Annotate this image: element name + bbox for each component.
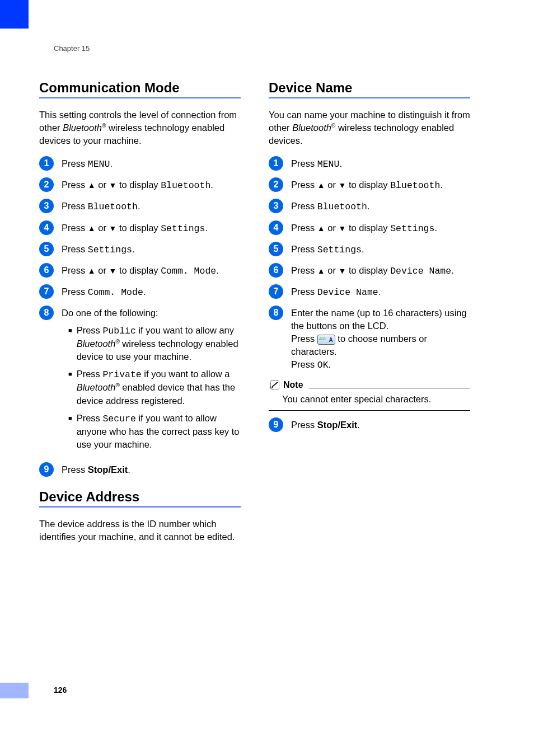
step-2: 2 Press ▲ or ▼ to display Bluetooth. [39,179,241,192]
ok-label: OK [317,360,329,370]
text: if you want to allow any [136,325,234,335]
text: . [434,223,437,233]
note-body: You cannot enter special characters. [269,391,470,408]
bluetooth-word: Bluetooth [63,123,102,133]
down-arrow-icon: ▼ [338,224,346,233]
text: . [132,244,135,254]
step-badge-8: 8 [269,306,283,320]
step-badge-9: 9 [39,462,54,477]
step-6: 6 Press ▲ or ▼ to display Device Name. [269,264,470,278]
step-badge-7: 7 [269,284,283,299]
step-badge-8: 8 [39,306,54,320]
step-badge-5: 5 [269,242,283,256]
step-7: 7 Press Comm. Mode. [39,285,241,299]
step-badge-3: 3 [269,199,283,213]
up-arrow-icon: ▲ [88,224,96,233]
step-3: 3 Press Bluetooth. [269,200,470,213]
up-arrow-icon: ▲ [317,224,325,233]
step-badge-1: 1 [269,156,283,171]
chapter-label: Chapter 15 [54,44,90,53]
step-4: 4 Press ▲ or ▼ to display Settings. [269,222,470,235]
down-arrow-icon: ▼ [109,224,116,233]
text: Press [291,420,317,430]
text: Press [62,180,88,190]
bluetooth-label: Bluetooth [88,201,138,212]
text: Press [62,201,88,211]
step-1: 1 Press MENU. [269,157,470,171]
sub-bullet-secure: Press Secure if you want to allow anyone… [62,412,241,451]
text: to display [116,265,161,275]
sub-bullet-private: Press Private if you want to allow a Blu… [62,368,241,407]
settings-label: Settings [161,223,205,234]
text: Press [291,334,317,344]
intro-text: This setting controls the level of conne… [39,109,241,147]
step-badge-6: 6 [39,263,54,278]
input-mode-button-icon [317,335,335,345]
text: Do one of the following: [62,307,241,320]
right-column: Device Name You can name your machine to… [269,76,470,440]
bluetooth-word: Bluetooth [77,339,116,349]
public-label: Public [102,326,135,336]
left-column: Communication Mode This setting controls… [39,76,241,553]
text: . [440,180,443,190]
down-arrow-icon: ▼ [338,266,346,275]
step-badge-3: 3 [39,199,54,213]
secure-label: Secure [102,414,135,424]
text: or [96,180,109,190]
settings-label: Settings [88,245,132,255]
down-arrow-icon: ▼ [109,266,116,275]
text: Press [291,244,317,254]
device-name-label: Device Name [390,266,451,276]
down-arrow-icon: ▼ [109,181,116,190]
registered-mark: ® [115,382,119,388]
step-badge-4: 4 [269,220,283,235]
text: . [210,180,213,190]
text: Press [62,464,88,475]
heading-rule [269,97,470,98]
text: Press [77,325,103,335]
note-rule [309,388,470,388]
down-arrow-icon: ▼ [338,181,346,190]
text: Press [62,244,88,254]
text: to display [346,265,390,275]
step-6: 6 Press ▲ or ▼ to display Comm. Mode. [39,264,241,278]
bluetooth-label: Bluetooth [317,201,367,212]
text: to display [346,223,390,233]
text: Press [77,413,103,423]
heading-device-address: Device Address [39,489,241,505]
page-number: 126 [54,685,67,694]
text: . [378,287,381,297]
step-8: 8 Enter the name (up to 16 characters) u… [269,307,470,372]
text: or [325,180,339,190]
text: Press [62,223,88,233]
up-arrow-icon: ▲ [88,266,96,275]
text: Press [291,223,317,233]
up-arrow-icon: ▲ [317,181,325,190]
up-arrow-icon: ▲ [317,266,325,275]
menu-label: MENU [88,159,110,170]
text: Press [291,265,317,275]
comm-mode-label: Comm. Mode [88,287,143,298]
stop-exit-label: Stop/Exit [88,464,128,475]
text: Press [62,158,88,168]
note-icon [269,379,281,391]
note-title: Note [283,380,303,390]
text: . [128,464,130,475]
text: or [325,223,339,233]
text: Press [62,287,88,297]
step-9: 9 Press Stop/Exit. [39,463,241,477]
settings-label: Settings [390,223,434,234]
text: Press [291,287,317,297]
text: . [451,265,454,275]
step-8: 8 Do one of the following: Press Public … [39,307,241,456]
text: . [362,244,364,254]
up-arrow-icon: ▲ [88,181,96,190]
step-1: 1 Press MENU. [39,157,241,171]
step-4: 4 Press ▲ or ▼ to display Settings. [39,222,241,235]
intro-text: You can name your machine to distinguish… [269,109,470,147]
stop-exit-label: Stop/Exit [317,420,358,430]
step-badge-9: 9 [269,417,283,432]
bluetooth-label: Bluetooth [161,180,210,191]
text: if you want to allow a [142,369,230,379]
registered-mark: ® [115,339,119,345]
